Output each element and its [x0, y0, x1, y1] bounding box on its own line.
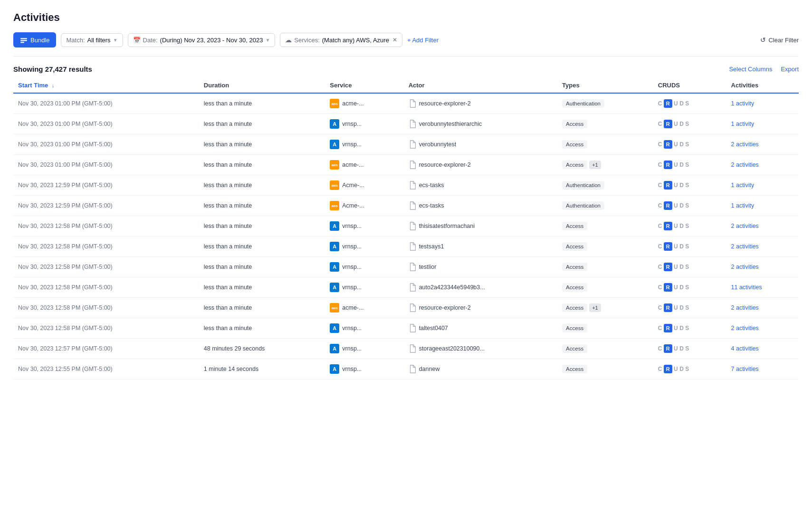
table-row[interactable]: Nov 30, 2023 12:57 PM (GMT-5:00)48 minut…	[13, 339, 799, 359]
bundle-button[interactable]: Bundle	[13, 32, 56, 47]
select-columns-link[interactable]: Select Columns	[729, 66, 772, 73]
activities-link[interactable]: 2 activities	[731, 325, 759, 332]
services-filter-chip[interactable]: ☁ Services: (Match any) AWS, Azure ✕	[280, 33, 402, 47]
cell-start-time: Nov 30, 2023 12:59 PM (GMT-5:00)	[13, 175, 199, 196]
cell-activities[interactable]: 2 activities	[726, 134, 799, 155]
cell-types: Authentication	[557, 93, 653, 114]
match-filter-chip[interactable]: Match: All filters ▼	[61, 33, 123, 47]
cell-service: Avrnsp...	[325, 277, 403, 298]
activities-link[interactable]: 2 activities	[731, 264, 759, 270]
cell-activities[interactable]: 1 activity	[726, 175, 799, 196]
export-link[interactable]: Export	[781, 66, 799, 73]
cell-actor: testsays1	[404, 237, 557, 257]
add-filter-button[interactable]: + Add Filter	[407, 37, 439, 44]
col-duration[interactable]: Duration	[199, 78, 325, 93]
svg-rect-2	[20, 42, 24, 43]
table-row[interactable]: Nov 30, 2023 01:00 PM (GMT-5:00)less tha…	[13, 114, 799, 134]
crud-letter-c: C	[658, 304, 662, 311]
crud-letter-u: U	[674, 284, 678, 291]
activities-link[interactable]: 1 activity	[731, 121, 755, 127]
activities-link[interactable]: 2 activities	[731, 243, 759, 250]
cell-activities[interactable]: 2 activities	[726, 318, 799, 339]
activities-link[interactable]: 7 activities	[731, 366, 759, 372]
activities-link[interactable]: 1 activity	[731, 100, 755, 107]
crud-letter-c: C	[658, 284, 662, 291]
cell-activities[interactable]: 4 activities	[726, 339, 799, 359]
table-row[interactable]: Nov 30, 2023 12:59 PM (GMT-5:00)less tha…	[13, 175, 799, 196]
cell-activities[interactable]: 2 activities	[726, 155, 799, 175]
cell-activities[interactable]: 2 activities	[726, 216, 799, 237]
col-activities[interactable]: Activities	[726, 78, 799, 93]
cell-duration: less than a minute	[199, 175, 325, 196]
cell-activities[interactable]: 2 activities	[726, 298, 799, 318]
activities-link[interactable]: 2 activities	[731, 223, 759, 229]
col-cruds[interactable]: CRUDS	[653, 78, 726, 93]
crud-letter-s: S	[685, 100, 689, 107]
crud-letter-u: U	[674, 141, 678, 148]
actor-name: verobunnytesthierarchic	[419, 121, 482, 127]
azure-logo: A	[330, 344, 339, 353]
table-row[interactable]: Nov 30, 2023 12:58 PM (GMT-5:00)less tha…	[13, 216, 799, 237]
cell-activities[interactable]: 11 activities	[726, 277, 799, 298]
cell-actor: verobunnytesthierarchic	[404, 114, 557, 134]
cell-types: Authentication	[557, 196, 653, 216]
cell-activities[interactable]: 1 activity	[726, 196, 799, 216]
cell-actor: resource-explorer-2	[404, 155, 557, 175]
crud-letter-c: C	[658, 325, 662, 332]
activities-link[interactable]: 11 activities	[731, 284, 762, 291]
crud-letter-c: C	[658, 141, 662, 148]
crud-letter-d: D	[679, 325, 684, 332]
cell-types: Access	[557, 277, 653, 298]
col-actor[interactable]: Actor	[404, 78, 557, 93]
service-name: vrnsp...	[342, 264, 362, 270]
crud-letter-u: U	[674, 223, 678, 229]
bundle-icon	[20, 36, 28, 44]
type-badge: Access	[562, 242, 587, 251]
activities-link[interactable]: 2 activities	[731, 141, 759, 148]
services-filter-close[interactable]: ✕	[392, 37, 397, 43]
actor-name: resource-explorer-2	[419, 100, 471, 107]
col-start-time[interactable]: Start Time ↓	[13, 78, 199, 93]
col-types[interactable]: Types	[557, 78, 653, 93]
activities-link[interactable]: 2 activities	[731, 161, 759, 168]
table-row[interactable]: Nov 30, 2023 12:58 PM (GMT-5:00)less tha…	[13, 237, 799, 257]
table-row[interactable]: Nov 30, 2023 12:59 PM (GMT-5:00)less tha…	[13, 196, 799, 216]
crud-letter-s: S	[685, 366, 689, 372]
table-row[interactable]: Nov 30, 2023 12:58 PM (GMT-5:00)less tha…	[13, 298, 799, 318]
activities-link[interactable]: 1 activity	[731, 182, 755, 189]
clear-filter-button[interactable]: ↺ Clear Filter	[760, 36, 799, 44]
table-row[interactable]: Nov 30, 2023 12:58 PM (GMT-5:00)less tha…	[13, 318, 799, 339]
cell-service: awsacme-...	[325, 298, 403, 318]
cell-activities[interactable]: 1 activity	[726, 114, 799, 134]
activities-link[interactable]: 4 activities	[731, 345, 759, 352]
activities-link[interactable]: 2 activities	[731, 304, 759, 311]
date-filter-chip[interactable]: 📅 Date: (During) Nov 23, 2023 - Nov 30, …	[128, 33, 276, 47]
cell-duration: less than a minute	[199, 114, 325, 134]
table-row[interactable]: Nov 30, 2023 12:58 PM (GMT-5:00)less tha…	[13, 277, 799, 298]
match-filter-chevron: ▼	[113, 38, 118, 43]
activities-link[interactable]: 1 activity	[731, 202, 755, 209]
table-row[interactable]: Nov 30, 2023 01:00 PM (GMT-5:00)less tha…	[13, 155, 799, 175]
actor-file-icon	[409, 365, 416, 373]
cell-start-time: Nov 30, 2023 12:59 PM (GMT-5:00)	[13, 196, 199, 216]
table-row[interactable]: Nov 30, 2023 01:00 PM (GMT-5:00)less tha…	[13, 134, 799, 155]
cell-activities[interactable]: 2 activities	[726, 257, 799, 277]
cell-actor: taltest0407	[404, 318, 557, 339]
crud-letter-u: U	[674, 182, 678, 189]
cell-activities[interactable]: 7 activities	[726, 359, 799, 379]
crud-letter-s: S	[685, 141, 689, 148]
cell-service: Avrnsp...	[325, 134, 403, 155]
crud-letter-u: U	[674, 202, 678, 209]
cell-activities[interactable]: 2 activities	[726, 237, 799, 257]
cell-start-time: Nov 30, 2023 12:58 PM (GMT-5:00)	[13, 257, 199, 277]
crud-letter-d: D	[679, 141, 684, 148]
col-service[interactable]: Service	[325, 78, 403, 93]
results-count: Showing 27,427 results	[13, 65, 92, 73]
table-row[interactable]: Nov 30, 2023 01:00 PM (GMT-5:00)less tha…	[13, 93, 799, 114]
cell-duration: less than a minute	[199, 93, 325, 114]
table-row[interactable]: Nov 30, 2023 12:55 PM (GMT-5:00)1 minute…	[13, 359, 799, 379]
cell-duration: less than a minute	[199, 298, 325, 318]
table-row[interactable]: Nov 30, 2023 12:58 PM (GMT-5:00)less tha…	[13, 257, 799, 277]
cell-activities[interactable]: 1 activity	[726, 93, 799, 114]
cell-start-time: Nov 30, 2023 12:58 PM (GMT-5:00)	[13, 216, 199, 237]
